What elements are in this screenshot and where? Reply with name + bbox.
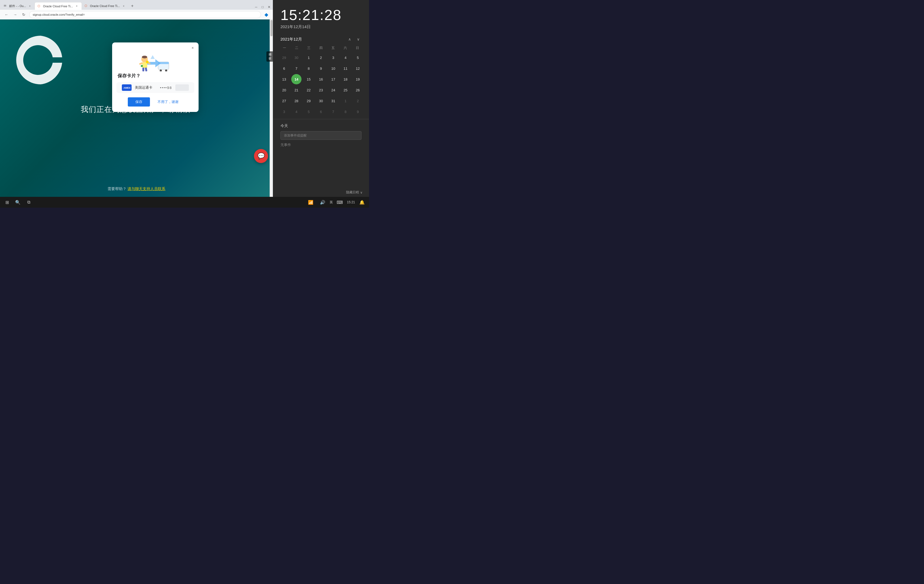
- keyboard-icon[interactable]: ⌨: [335, 197, 345, 207]
- scrollbar[interactable]: [270, 20, 273, 208]
- cal-day[interactable]: 2: [353, 96, 363, 106]
- event-input[interactable]: [280, 131, 361, 140]
- dialog-close-button[interactable]: ×: [190, 45, 196, 51]
- search-taskbar[interactable]: 🔍: [13, 197, 23, 207]
- tab-oracle1-close[interactable]: ×: [74, 4, 79, 8]
- cal-day[interactable]: 26: [353, 85, 363, 95]
- search-icon: 🔍: [15, 200, 21, 205]
- cal-day[interactable]: 1: [304, 53, 314, 63]
- cal-day[interactable]: 10: [328, 63, 338, 74]
- chat-button[interactable]: 💬: [254, 149, 268, 163]
- cal-day[interactable]: 3: [328, 53, 338, 63]
- cal-day[interactable]: 25: [340, 85, 351, 95]
- forward-button[interactable]: →: [12, 12, 18, 18]
- start-button[interactable]: ⊞: [2, 197, 12, 207]
- calendar-weekdays: 一 二 三 四 五 六 日: [278, 45, 364, 51]
- cal-day[interactable]: 30: [316, 96, 326, 106]
- cal-day[interactable]: 9: [353, 106, 363, 117]
- tab-mail-close[interactable]: ×: [28, 4, 32, 8]
- cal-day[interactable]: 15: [304, 74, 314, 84]
- cal-day[interactable]: 3: [279, 106, 289, 117]
- save-card-dialog: ×: [112, 43, 199, 112]
- clock-date: 2021年12月14日: [280, 24, 361, 30]
- address-input[interactable]: [29, 11, 261, 18]
- cal-day[interactable]: 9: [316, 63, 326, 74]
- cal-day[interactable]: 1: [340, 96, 351, 106]
- cal-day[interactable]: 24: [328, 85, 338, 95]
- cal-day[interactable]: 8: [304, 63, 314, 74]
- dialog-header: ×: [112, 43, 199, 51]
- scrollbar-thumb[interactable]: [271, 20, 272, 36]
- cal-day[interactable]: 4: [291, 106, 302, 117]
- cal-day[interactable]: 18: [340, 74, 351, 84]
- card-name: 美国运通卡: [135, 85, 157, 90]
- cal-day[interactable]: 8: [340, 106, 351, 117]
- notification-icon[interactable]: 🔔: [357, 197, 367, 207]
- cal-day[interactable]: 6: [279, 63, 289, 74]
- back-button[interactable]: ←: [3, 12, 10, 18]
- tab-oracle2-close[interactable]: ×: [122, 4, 126, 8]
- taskbar-time[interactable]: 15:21: [347, 200, 355, 205]
- capture-button[interactable]: 捕获: [266, 51, 273, 62]
- save-card-button[interactable]: 保存: [128, 98, 150, 106]
- card-edit-area[interactable]: [175, 84, 189, 91]
- cal-day[interactable]: 7: [291, 63, 302, 74]
- edge-logo: ◆: [263, 12, 270, 18]
- cal-day[interactable]: 5: [353, 53, 363, 63]
- cal-day[interactable]: 2: [316, 53, 326, 63]
- cal-day[interactable]: 22: [304, 85, 314, 95]
- cal-day[interactable]: 16: [316, 74, 326, 84]
- browser-content: 我们正在为您设置账户，请稍候... 需要帮助？ 请与聊天支持人员联系 捕获 💬 …: [0, 20, 273, 208]
- cal-day[interactable]: 28: [291, 96, 302, 106]
- cal-day[interactable]: 12: [353, 63, 363, 74]
- cal-day[interactable]: 4: [340, 53, 351, 63]
- cal-day[interactable]: 20: [279, 85, 289, 95]
- cal-day[interactable]: 31: [328, 96, 338, 106]
- calendar-prev-button[interactable]: ∧: [346, 36, 353, 43]
- cal-day[interactable]: 19: [353, 74, 363, 84]
- cal-day[interactable]: 17: [328, 74, 338, 84]
- cal-day[interactable]: 6: [316, 106, 326, 117]
- taskbar-right: 📶 🔊 英 ⌨ 15:21 🔔: [306, 197, 367, 207]
- clock-area: 15:21:28 2021年12月14日: [273, 0, 369, 34]
- dialog-illustration: [112, 51, 199, 73]
- chevron-down-icon: ∨: [360, 190, 363, 194]
- cal-day[interactable]: 29: [279, 53, 289, 63]
- cal-day[interactable]: 13: [279, 74, 289, 84]
- tab-mail-favicon: ✉: [4, 4, 8, 8]
- cal-day[interactable]: 23: [316, 85, 326, 95]
- close-button[interactable]: ✕: [266, 4, 272, 10]
- cal-day-today[interactable]: 14: [291, 74, 302, 84]
- network-icon[interactable]: 📶: [306, 197, 315, 207]
- tab-oracle2[interactable]: ⬡ Oracle Cloud Free Ti... ×: [82, 2, 129, 10]
- windows-icon: ⊞: [5, 200, 9, 205]
- tab-oracle1-favicon: ⬡: [38, 4, 41, 8]
- cal-day[interactable]: 27: [279, 96, 289, 106]
- taskview-button[interactable]: ⧉: [24, 197, 33, 207]
- decline-card-button[interactable]: 不用了，谢谢: [153, 98, 183, 106]
- refresh-button[interactable]: ↻: [21, 12, 27, 18]
- help-link[interactable]: 请与聊天支持人员联系: [127, 187, 165, 191]
- oracle-logo-area: [11, 30, 78, 98]
- weekday-thu: 四: [315, 45, 327, 51]
- clock-time: 15:21:28: [280, 7, 361, 23]
- cal-day[interactable]: 11: [340, 63, 351, 74]
- new-tab-button[interactable]: +: [129, 2, 136, 10]
- maximize-button[interactable]: □: [260, 4, 265, 10]
- cal-day[interactable]: 7: [328, 106, 338, 117]
- sound-icon[interactable]: 🔊: [318, 197, 327, 207]
- language-indicator[interactable]: 英: [330, 200, 333, 205]
- cal-day[interactable]: 29: [304, 96, 314, 106]
- cal-day[interactable]: 5: [304, 106, 314, 117]
- hide-schedule-button[interactable]: 隐藏日程 ∨: [346, 190, 363, 195]
- tab-mail[interactable]: ✉ 邮件 - - Ou... ×: [1, 2, 35, 10]
- taskbar: ⊞ 🔍 ⧉ 📶 🔊 英 ⌨ 15:21 🔔: [0, 197, 369, 208]
- window-controls: ─ □ ✕: [253, 4, 272, 10]
- cal-day[interactable]: 21: [291, 85, 302, 95]
- hide-schedule-label: 隐藏日程: [346, 190, 359, 195]
- minimize-button[interactable]: ─: [253, 4, 259, 10]
- tab-oracle1[interactable]: ⬡ Oracle Cloud Free Ti... ×: [35, 2, 82, 10]
- tab-oracle2-favicon: ⬡: [84, 4, 88, 8]
- cal-day[interactable]: 30: [291, 53, 302, 63]
- calendar-next-button[interactable]: ∨: [355, 36, 361, 43]
